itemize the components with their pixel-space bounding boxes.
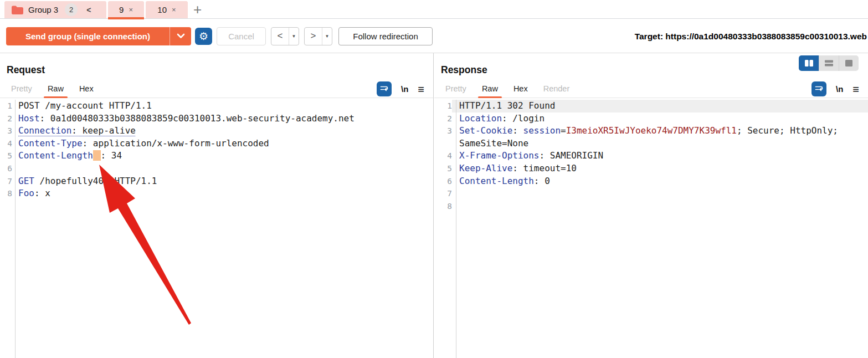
forward-icon[interactable]: >: [305, 30, 322, 42]
code-line: SameSite=None: [434, 137, 868, 150]
highlight-marker: [93, 150, 101, 161]
close-tab-icon[interactable]: ×: [129, 6, 133, 13]
request-panel: Request Pretty Raw Hex \n ≡ 1POST /my-ac…: [0, 53, 434, 358]
code-segment: : 34: [101, 150, 122, 161]
code-segment: Set-Cookie: [459, 125, 512, 136]
code-segment: /hopefully404 HTTP/1.1: [34, 176, 157, 186]
code-line: 2Location: /login: [434, 112, 868, 125]
code-segment: Connection: [18, 125, 71, 136]
code-segment: POST /my-account HTTP/1.1: [18, 100, 152, 111]
code-segment: GET: [18, 176, 34, 186]
tab-9[interactable]: 9 ×: [108, 1, 144, 18]
code-segment: : x: [34, 188, 50, 198]
line-number: 4: [0, 137, 12, 150]
layout-single-icon[interactable]: [839, 55, 859, 71]
settings-gear-button[interactable]: ⚙: [195, 28, 212, 45]
tab-pretty[interactable]: Pretty: [438, 80, 474, 98]
code-segment: Foo: [18, 188, 34, 198]
code-line: 1HTTP/1.1 302 Found: [434, 100, 868, 112]
tab-raw[interactable]: Raw: [40, 80, 71, 98]
follow-redirection-button[interactable]: Follow redirection: [338, 27, 433, 45]
group-count-badge: 2: [65, 3, 78, 16]
tab-pretty[interactable]: Pretty: [3, 80, 40, 98]
forward-dropdown-icon[interactable]: ▼: [322, 34, 332, 39]
line-number: 3: [434, 125, 452, 137]
code-segment: Host: [18, 113, 40, 124]
code-line: 4Content-Type: application/x-www-form-ur…: [0, 137, 433, 150]
tab-10-label: 10: [157, 5, 167, 14]
newline-toggle-icon[interactable]: \n: [836, 84, 843, 94]
response-editor[interactable]: 1HTTP/1.1 302 Found2Location: /login3Set…: [434, 100, 868, 358]
word-wrap-icon[interactable]: [377, 81, 392, 96]
code-segment: : timeout=10: [512, 163, 577, 173]
line-number: 1: [434, 100, 452, 112]
tab-hex[interactable]: Hex: [506, 80, 536, 98]
word-wrap-icon[interactable]: [811, 81, 826, 96]
code-segment: Content-Length: [459, 176, 534, 186]
code-line: 5Keep-Alive: timeout=10: [434, 162, 868, 175]
code-line: 1POST /my-account HTTP/1.1: [0, 100, 433, 112]
response-panel: Response Pretty Raw Hex Render \n ≡ 1HTT…: [434, 53, 868, 358]
code-segment: HTTP/1.1 302 Found: [459, 100, 555, 111]
code-line: 6Content-Length: 0: [434, 175, 868, 188]
tab-10[interactable]: 10 ×: [146, 1, 188, 18]
back-icon[interactable]: <: [271, 30, 289, 42]
line-number: 6: [434, 175, 452, 188]
code-line: 6: [0, 162, 433, 175]
send-options-chevron-icon[interactable]: [170, 33, 191, 39]
back-button[interactable]: < ▼: [271, 27, 299, 45]
send-group-label: Send group (single connection): [6, 32, 170, 41]
code-line: 3Set-Cookie: session=I3meioXR5IwJYoeko74…: [434, 125, 868, 137]
cancel-button[interactable]: Cancel: [217, 27, 266, 45]
code-line: 3Connection: keep-alive: [0, 125, 433, 137]
forward-button[interactable]: > ▼: [304, 27, 332, 45]
code-segment: : 0: [534, 176, 550, 186]
request-view-tabs: Pretty Raw Hex: [0, 80, 433, 98]
back-dropdown-icon[interactable]: ▼: [289, 34, 299, 39]
folder-icon: [11, 5, 23, 14]
newline-toggle-icon[interactable]: \n: [401, 84, 408, 94]
selected-tab-underline: [108, 17, 144, 19]
burp-repeater-window: Group 3 2 < 9 × 10 × + Send group (singl…: [0, 0, 868, 358]
code-line: 8Foo: x: [0, 187, 433, 200]
code-segment: : 0a1d00480333b0388083859c00310013.web-s…: [40, 113, 355, 124]
request-title: Request: [7, 64, 45, 76]
line-number: 8: [0, 187, 12, 200]
layout-rows-icon[interactable]: [819, 55, 839, 71]
code-segment: :: [512, 125, 523, 136]
code-segment: : /login: [502, 113, 545, 124]
line-number: 8: [434, 200, 452, 213]
code-segment: session: [523, 125, 561, 136]
tab-render[interactable]: Render: [536, 80, 578, 98]
send-group-button[interactable]: Send group (single connection): [6, 27, 191, 45]
layout-columns-icon[interactable]: [799, 55, 819, 71]
code-segment: SameSite=None: [459, 138, 528, 149]
code-segment: =: [561, 125, 566, 136]
close-tab-icon[interactable]: ×: [172, 6, 176, 13]
request-editor[interactable]: 1POST /my-account HTTP/1.12Host: 0a1d004…: [0, 100, 433, 358]
new-tab-button[interactable]: +: [193, 1, 202, 18]
code-line: 7GET /hopefully404 HTTP/1.1: [0, 175, 433, 188]
line-number: 6: [0, 162, 12, 175]
response-title: Response: [441, 64, 487, 76]
collapse-group-icon[interactable]: <: [86, 6, 91, 14]
editor-menu-icon[interactable]: ≡: [418, 84, 424, 95]
tab-group-3[interactable]: Group 3 2 <: [4, 1, 106, 18]
repeater-tab-bar: Group 3 2 < 9 × 10 × +: [0, 0, 868, 19]
target-label: Target: https://0a1d00480333b0388083859c…: [635, 19, 867, 53]
editor-menu-icon[interactable]: ≡: [852, 84, 859, 95]
line-number: 4: [434, 150, 452, 162]
code-segment: : application/x-www-form-urlencoded: [83, 138, 269, 149]
line-number: 7: [434, 187, 452, 200]
line-number: 2: [0, 112, 12, 125]
code-segment: : keep-alive: [71, 125, 136, 136]
code-segment: I3meioXR5IwJYoeko74w7DMY7K39wfl1: [566, 125, 737, 136]
code-segment: X-Frame-Options: [459, 150, 540, 161]
code-line: 7: [434, 187, 868, 200]
tab-hex[interactable]: Hex: [71, 80, 101, 98]
response-view-tabs: Pretty Raw Hex Render: [434, 80, 868, 98]
code-segment: : SAMEORIGIN: [540, 150, 604, 161]
code-segment: ; Secure; HttpOnly;: [737, 125, 838, 136]
tab-raw[interactable]: Raw: [474, 80, 506, 98]
line-number: [434, 137, 452, 150]
